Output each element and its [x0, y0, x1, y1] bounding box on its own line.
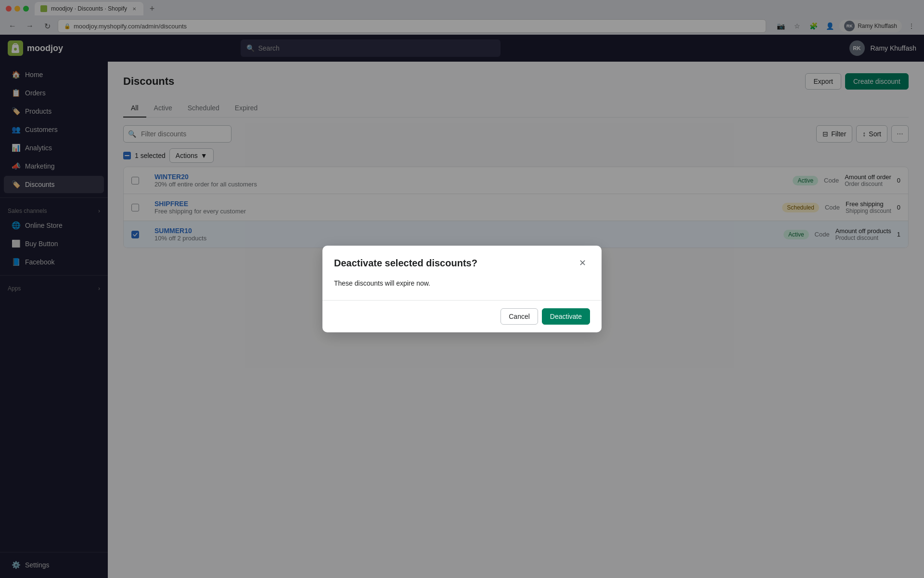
close-icon: ✕: [579, 258, 586, 268]
deactivate-button[interactable]: Deactivate: [542, 308, 590, 325]
modal-header: Deactivate selected discounts? ✕: [322, 246, 602, 278]
modal-footer: Cancel Deactivate: [322, 300, 602, 332]
modal-close-button[interactable]: ✕: [575, 255, 590, 271]
modal-overlay[interactable]: Deactivate selected discounts? ✕ These d…: [0, 0, 924, 578]
modal-body: These discounts will expire now.: [322, 278, 602, 300]
deactivate-modal: Deactivate selected discounts? ✕ These d…: [322, 246, 602, 332]
modal-body-text: These discounts will expire now.: [334, 278, 590, 289]
cancel-button[interactable]: Cancel: [500, 308, 538, 325]
modal-title: Deactivate selected discounts?: [334, 258, 477, 269]
